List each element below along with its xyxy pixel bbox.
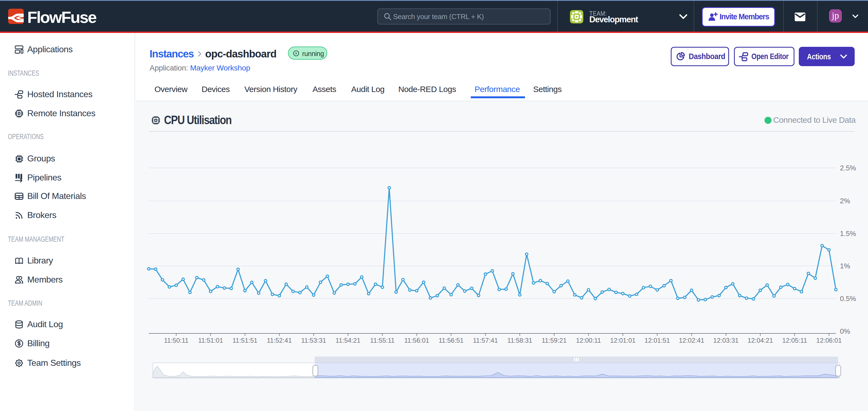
svg-text:1%: 1% xyxy=(840,262,850,270)
svg-text:11:51:51: 11:51:51 xyxy=(232,337,257,344)
svg-text:12:04:21: 12:04:21 xyxy=(748,337,773,344)
svg-text:11:52:41: 11:52:41 xyxy=(267,337,292,344)
svg-text:12:02:41: 12:02:41 xyxy=(679,337,704,344)
svg-text:12:01:51: 12:01:51 xyxy=(645,337,670,344)
svg-text:11:56:01: 11:56:01 xyxy=(404,337,429,344)
svg-text:11:56:51: 11:56:51 xyxy=(439,337,464,344)
svg-text:11:51:01: 11:51:01 xyxy=(198,337,223,344)
svg-text:12:05:11: 12:05:11 xyxy=(782,337,807,344)
svg-text:12:06:01: 12:06:01 xyxy=(816,337,842,344)
svg-text:11:59:21: 11:59:21 xyxy=(541,337,567,344)
svg-text:11:50:11: 11:50:11 xyxy=(164,337,189,344)
svg-text:11:55:11: 11:55:11 xyxy=(370,337,395,344)
svg-text:0%: 0% xyxy=(840,327,850,335)
svg-text:1.5%: 1.5% xyxy=(840,230,856,238)
svg-text:2%: 2% xyxy=(840,197,850,205)
svg-text:11:53:31: 11:53:31 xyxy=(301,337,326,344)
svg-text:12:00:11: 12:00:11 xyxy=(576,337,601,344)
svg-text:11:58:31: 11:58:31 xyxy=(507,337,532,344)
svg-text:12:01:01: 12:01:01 xyxy=(610,337,636,344)
svg-text:0.5%: 0.5% xyxy=(840,295,856,303)
svg-text:2.5%: 2.5% xyxy=(840,164,856,172)
svg-text:11:54:21: 11:54:21 xyxy=(336,337,361,344)
svg-text:11:57:41: 11:57:41 xyxy=(473,337,498,344)
svg-text:12:03:31: 12:03:31 xyxy=(713,337,739,344)
